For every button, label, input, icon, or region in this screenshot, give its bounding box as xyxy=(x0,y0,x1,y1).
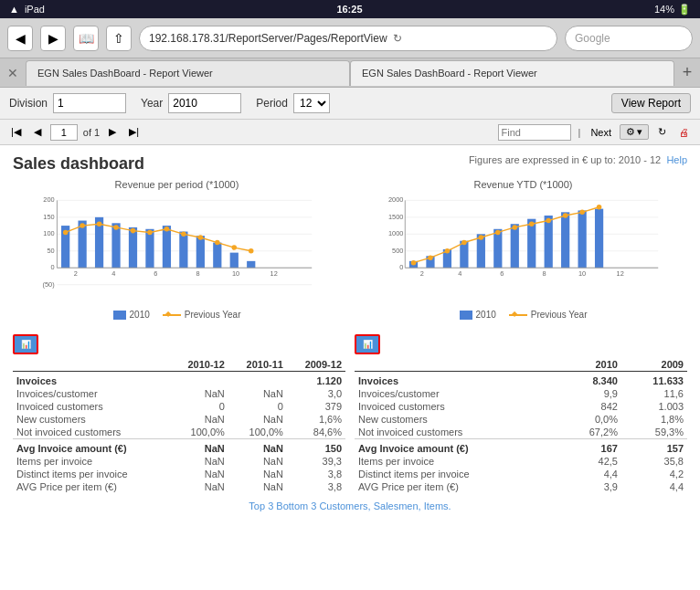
prev-page-button[interactable]: ◀ xyxy=(30,124,45,140)
chart2-container: Revenue YTD (*1000) 2000 1500 1000 500 0 xyxy=(359,179,687,320)
refresh-button[interactable]: ↻ xyxy=(654,124,670,140)
chart1-legend: 2010 Previous Year xyxy=(13,310,341,320)
reload-icon[interactable]: ↻ xyxy=(393,32,402,45)
report-title: Sales dashboard xyxy=(13,154,144,174)
footer-link[interactable]: Top 3 Bottom 3 Customers, Salesmen, Item… xyxy=(249,500,451,511)
svg-point-29 xyxy=(147,230,153,236)
share-button[interactable]: ⇧ xyxy=(106,26,132,51)
svg-point-31 xyxy=(181,232,186,237)
table-row: Distinct items per invoice NaN NaN 3,8 xyxy=(13,468,345,480)
report-content: Sales dashboard Figures are expressed in… xyxy=(0,145,700,584)
svg-text:4: 4 xyxy=(458,269,461,278)
chart1-svg: 200 150 100 50 0 (50) xyxy=(13,194,341,303)
tab-1[interactable]: EGN Sales DashBoard - Report Viewer xyxy=(26,60,350,86)
svg-rect-22 xyxy=(230,253,239,269)
svg-point-75 xyxy=(563,213,568,218)
division-field: Division xyxy=(9,93,126,113)
search-bar[interactable]: Google xyxy=(565,26,693,51)
wifi-icon: ▲ xyxy=(9,4,19,15)
svg-text:0: 0 xyxy=(51,263,55,271)
svg-point-27 xyxy=(113,225,119,230)
division-input[interactable] xyxy=(53,93,126,113)
url-text: 192.168.178.31/ReportServer/Pages/Report… xyxy=(149,32,387,45)
svg-text:10: 10 xyxy=(232,269,239,278)
page-number-input[interactable] xyxy=(50,124,78,141)
tables-row: 📊 2010-12 2010-11 2009-12 Invoices xyxy=(13,334,687,493)
table1-col1-header: 2010-12 xyxy=(170,358,228,372)
back-button[interactable]: ◀ xyxy=(7,26,33,51)
address-bar[interactable]: 192.168.178.31/ReportServer/Pages/Report… xyxy=(139,26,557,51)
tab-close-button[interactable]: ✕ xyxy=(0,66,26,80)
add-tab-button[interactable]: + xyxy=(674,60,700,86)
table-row: New customers 0,0% 1,8% xyxy=(355,413,687,426)
svg-text:8: 8 xyxy=(196,269,200,278)
svg-text:12: 12 xyxy=(270,269,278,278)
print-button[interactable]: 🖨 xyxy=(675,125,693,140)
chart2-legend-prev: Previous Year xyxy=(509,310,588,320)
t2-invoices-v1: 8.340 xyxy=(559,372,621,388)
report-subtitle: Figures are expressed in € up to: 2010 -… xyxy=(469,154,687,165)
svg-point-70 xyxy=(479,235,484,240)
table2-container: 📊 2010 2009 Invoices 8.340 11.633 xyxy=(355,334,687,493)
period-select[interactable]: 12 xyxy=(293,93,330,113)
year-input[interactable] xyxy=(168,93,241,113)
svg-rect-16 xyxy=(129,227,137,268)
year-field: Year xyxy=(141,93,241,113)
svg-point-32 xyxy=(198,235,204,240)
svg-point-66 xyxy=(411,260,417,266)
export-button[interactable]: ⚙▾ xyxy=(620,124,649,140)
svg-rect-19 xyxy=(179,232,187,269)
view-report-button[interactable]: View Report xyxy=(611,93,691,113)
page-nav: |◀ ◀ of 1 ▶ ▶| | Next ⚙▾ ↻ 🖨 xyxy=(0,120,700,145)
legend-prev-line xyxy=(163,314,181,316)
last-page-button[interactable]: ▶| xyxy=(125,124,143,140)
chart2-legend-prev-label: Previous Year xyxy=(531,310,588,320)
table1-col3-header: 2009-12 xyxy=(287,358,345,372)
find-input[interactable] xyxy=(498,124,571,141)
legend-prev-label: Previous Year xyxy=(185,310,241,320)
svg-rect-65 xyxy=(595,209,603,269)
chart2-legend-2010: 2010 xyxy=(460,310,496,320)
chart2-legend-2010-box xyxy=(460,311,472,320)
svg-point-33 xyxy=(215,240,220,246)
table2: 2010 2009 Invoices 8.340 11.633 Invoices… xyxy=(355,358,687,493)
svg-point-30 xyxy=(164,227,170,232)
table1-icon: 📊 xyxy=(13,334,38,354)
svg-text:100: 100 xyxy=(43,229,54,237)
svg-point-74 xyxy=(546,218,551,224)
tab-2[interactable]: EGN Sales DashBoard - Report Viewer xyxy=(350,60,674,86)
next-page-button[interactable]: ▶ xyxy=(105,124,120,140)
help-link[interactable]: Help xyxy=(666,154,687,165)
table2-icon: 📊 xyxy=(355,334,380,354)
forward-button[interactable]: ▶ xyxy=(40,26,66,51)
search-placeholder: Google xyxy=(575,32,610,45)
table-row: Invoices 1.120 xyxy=(13,372,345,388)
svg-text:(50): (50) xyxy=(43,280,55,289)
tab-1-label: EGN Sales DashBoard - Report Viewer xyxy=(37,68,213,79)
table-row: Invoiced customers 0 0 379 xyxy=(13,400,345,413)
legend-prev: Previous Year xyxy=(163,310,241,320)
svg-text:1500: 1500 xyxy=(388,213,403,221)
table-row: Distinct items per invoice 4,4 4,2 xyxy=(355,468,687,480)
svg-text:8: 8 xyxy=(543,269,546,278)
legend-2010-label: 2010 xyxy=(130,310,150,320)
svg-text:4: 4 xyxy=(111,269,115,278)
table2-icon-symbol: 📊 xyxy=(363,340,373,349)
svg-point-72 xyxy=(513,225,518,230)
subtitle-text: Figures are expressed in € up to: 2010 -… xyxy=(469,154,661,165)
bookmark-button[interactable]: 📖 xyxy=(73,26,99,51)
table-row: Invoices/customer NaN NaN 3,0 xyxy=(13,387,345,400)
svg-point-34 xyxy=(232,245,238,250)
table1-container: 📊 2010-12 2010-11 2009-12 Invoices xyxy=(13,334,345,493)
find-next-button[interactable]: Next xyxy=(588,126,614,139)
svg-text:6: 6 xyxy=(500,269,504,278)
first-page-button[interactable]: |◀ xyxy=(7,124,25,140)
table1-icon-symbol: 📊 xyxy=(21,340,31,349)
chart2-legend-prev-line xyxy=(509,314,527,316)
t2-invoices-header: Invoices xyxy=(355,372,559,388)
svg-point-25 xyxy=(80,223,85,228)
tab-bar: ✕ EGN Sales DashBoard - Report Viewer EG… xyxy=(0,58,700,88)
chart2-title: Revenue YTD (*1000) xyxy=(359,179,687,190)
table-row: AVG Price per item (€) NaN NaN 3,8 xyxy=(13,480,345,493)
svg-text:10: 10 xyxy=(578,269,586,278)
